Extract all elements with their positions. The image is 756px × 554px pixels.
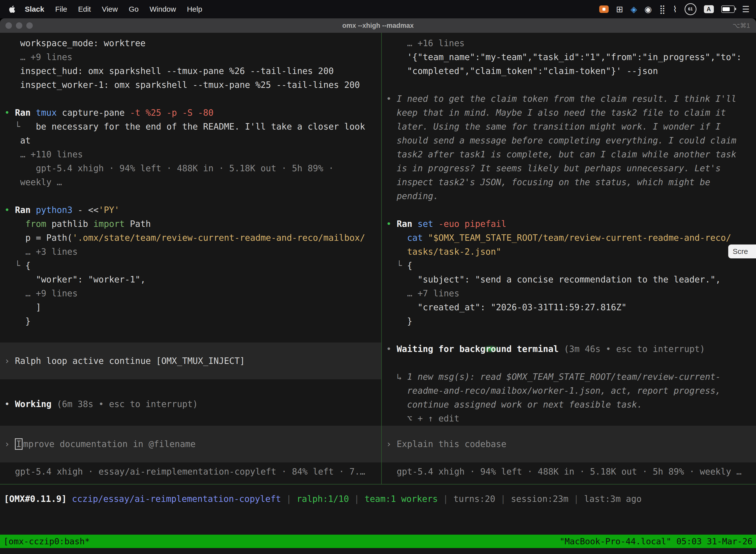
terminal-line: ⌥ + ↑ edit xyxy=(386,411,754,426)
terminal-line: "worker": "worker-1", xyxy=(4,273,379,286)
terminal-line: "subject": "send a concise recommendatio… xyxy=(386,273,754,286)
dots-grid-icon[interactable]: ⣿ xyxy=(659,4,666,14)
terminal-line: • Ran python3 - <<'PY' xyxy=(4,203,379,217)
app-menu-icon[interactable]: ◉ xyxy=(644,4,652,14)
composer-input[interactable]: › Explain this codebase xyxy=(382,426,756,462)
battery-percent-badge[interactable]: 61 xyxy=(685,3,696,15)
window-manager-icon[interactable]: ⊞ xyxy=(616,4,623,14)
omx-status-bar: [OMX#0.11.9] cczip/essay/ai-reimplementa… xyxy=(0,492,756,506)
terminal-line xyxy=(4,92,379,106)
terminal-line: └ { xyxy=(386,259,754,273)
terminal-line: keep that in mind. Maybe I also need the… xyxy=(386,106,754,120)
terminal-line: … +7 lines xyxy=(386,286,754,300)
terminal-line: '{"team_name":"my-team","task_id":"1","f… xyxy=(386,50,754,64)
menu-window[interactable]: Window xyxy=(144,5,182,13)
ralph-loop-banner: › Ralph loop active continue [OMX_TMUX_I… xyxy=(0,342,381,379)
model-status-line: gpt-5.4 xhigh · 94% left · 488K in · 5.1… xyxy=(386,465,754,479)
terminal-line xyxy=(386,78,754,92)
terminal-line: • Ran set -euo pipefail xyxy=(386,217,754,231)
terminal-line: } xyxy=(386,314,754,328)
terminal-line: should send a message before completing … xyxy=(386,133,754,148)
terminal-line: └ be necessary for the end of the README… xyxy=(4,120,379,133)
terminal-line: "completed","claim_token":"claim-token"}… xyxy=(386,64,754,78)
menu-file[interactable]: File xyxy=(50,5,72,13)
input-source-icon[interactable]: A xyxy=(704,5,714,13)
terminal-line: └ { xyxy=(4,259,379,273)
window-titlebar[interactable]: omx --xhigh --madmax ⌥⌘1 xyxy=(0,18,756,33)
terminal-line: later. Using the same for transition mig… xyxy=(386,120,754,133)
window-shortcut: ⌥⌘1 xyxy=(733,22,750,30)
clip-icon[interactable]: ⌇ xyxy=(673,4,677,14)
control-center-icon[interactable]: ☰ xyxy=(742,4,750,14)
model-status-line: gpt-5.4 xhigh · essay/ai-reimplementatio… xyxy=(4,465,379,479)
terminal-line xyxy=(386,328,754,342)
tmux-status-bar: [omx-cczip0:bash* "MacBook-Pro-44.local"… xyxy=(0,535,756,548)
terminal-line xyxy=(4,189,379,203)
terminal-line: … +9 lines xyxy=(4,286,379,300)
terminal-line: … +110 lines xyxy=(4,148,379,161)
working-status: • Working (6m 38s • esc to interrupt) xyxy=(4,397,379,411)
terminal-line: • Ran tmux capture-pane -t %25 -p -S -80 xyxy=(4,106,379,120)
screenshot-tooltip: Scre xyxy=(728,244,756,258)
terminal-line xyxy=(386,203,754,217)
terminal-line: pending. xyxy=(386,189,754,203)
terminal-line: inspect_worker-1: omx sparkshell --tmux-… xyxy=(4,78,379,92)
tmux-pane-left[interactable]: workspace_mode: worktree … +9 lines insp… xyxy=(0,33,381,484)
terminal-line: … +16 lines xyxy=(386,36,754,50)
terminal-line: } xyxy=(4,314,379,328)
composer-input[interactable]: › Improve documentation in @filename xyxy=(0,426,381,462)
terminal-line: ↳ 1 new msg(s): read $OMX_TEAM_STATE_ROO… xyxy=(386,370,754,384)
tmux-pane-right[interactable]: … +16 lines '{"team_name":"my-team","tas… xyxy=(382,33,756,484)
menubar: SlackFileEditViewGoWindowHelp ⊞◈◉⣿⌇61A☰ xyxy=(0,0,756,18)
terminal-line: p = Path('.omx/state/team/review-current… xyxy=(4,231,379,245)
waiting-status: • Waiting for background terminal (3m 46… xyxy=(386,342,754,356)
terminal-line: tasks/task-2.json" xyxy=(386,245,754,259)
window-title: omx --xhigh --madmax xyxy=(0,22,756,30)
menu-items: SlackFileEditViewGoWindowHelp xyxy=(18,5,208,13)
blue-utility-icon[interactable]: ◈ xyxy=(630,4,637,14)
battery-icon[interactable] xyxy=(721,5,735,13)
menu-slack[interactable]: Slack xyxy=(18,5,50,13)
close-button[interactable] xyxy=(5,22,12,29)
tmux-host-clock: "MacBook-Pro-44.local" 05:03 31-Mar-26 xyxy=(560,536,753,546)
terminal-line: readme-and-reco/mailbox/worker-1.json, a… xyxy=(386,384,754,398)
terminal-line: from pathlib import Path xyxy=(4,217,379,231)
terminal-line: gpt-5.4 xhigh · 94% left · 488K in · 5.1… xyxy=(4,161,379,175)
menu-go[interactable]: Go xyxy=(123,5,144,13)
apple-logo-icon xyxy=(8,5,16,13)
tmux-session-label: [omx-cczip0:bash* xyxy=(3,536,90,546)
apple-menu[interactable] xyxy=(8,5,16,13)
menubar-status-icons: ⊞◈◉⣿⌇61A☰ xyxy=(599,3,750,15)
minimize-button[interactable] xyxy=(16,22,22,29)
terminal-line: "created_at": "2026-03-31T11:59:27.816Z" xyxy=(386,300,754,314)
terminal-line xyxy=(386,356,754,370)
terminal-line: … +9 lines xyxy=(4,50,379,64)
traffic-lights xyxy=(5,22,33,29)
menu-help[interactable]: Help xyxy=(182,5,208,13)
terminal-line: • I need to get the claim token from the… xyxy=(386,92,754,106)
terminal-line: weekly … xyxy=(4,175,379,189)
terminal-line: cat "$OMX_TEAM_STATE_ROOT/team/review-cu… xyxy=(386,231,754,245)
terminal-line: is in progress? It seems likely but perh… xyxy=(386,161,754,175)
menu-view[interactable]: View xyxy=(96,5,123,13)
terminal-content: workspace_mode: worktree … +9 lines insp… xyxy=(0,33,756,485)
terminal-line: task2 after task1 is complete, but can I… xyxy=(386,148,754,161)
terminal-line: at xyxy=(4,133,379,148)
zoom-button[interactable] xyxy=(26,22,33,29)
terminal-line: inspect_hud: omx sparkshell --tmux-pane … xyxy=(4,64,379,78)
terminal-line: ] xyxy=(4,300,379,314)
terminal-line: inspect task2's JSON, focusing on the st… xyxy=(386,175,754,189)
menu-edit[interactable]: Edit xyxy=(73,5,97,13)
terminal-window: omx --xhigh --madmax ⌥⌘1 workspace_mode:… xyxy=(0,18,756,554)
terminal-line: … +3 lines xyxy=(4,245,379,259)
terminal-line: continue assigned work or next feasible … xyxy=(386,398,754,411)
terminal-line: workspace_mode: worktree xyxy=(4,36,379,50)
screen-recording-indicator[interactable] xyxy=(599,5,609,13)
